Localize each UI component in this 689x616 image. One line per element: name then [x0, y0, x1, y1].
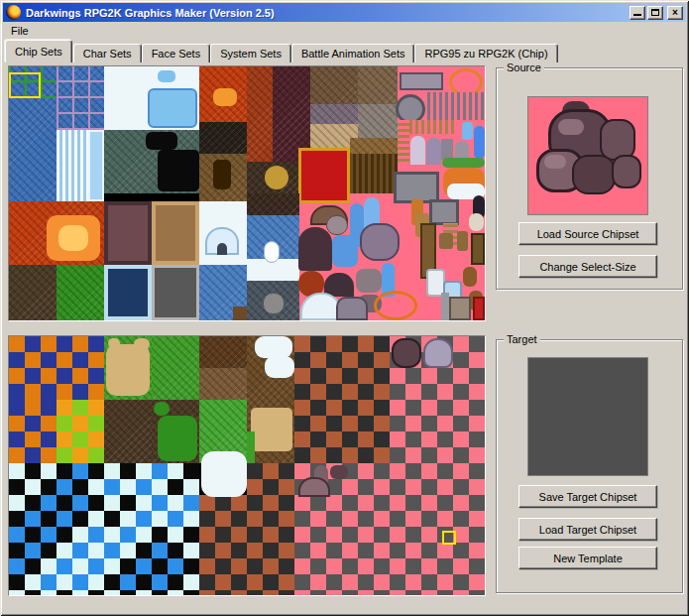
tab-system-sets[interactable]: System Sets [210, 44, 291, 62]
snow-blob [201, 451, 247, 497]
blue-tile [41, 574, 57, 590]
window-title: Darkwings RPG2K Graphics Maker (Version … [26, 7, 275, 19]
blue-tile [9, 558, 25, 574]
save-target-chipset-button[interactable]: Save Target Chipset [518, 485, 657, 508]
wood-fence [350, 154, 398, 193]
well-shrine [449, 297, 471, 320]
new-template-button[interactable]: New Template [518, 547, 657, 569]
sand-dot-2 [134, 338, 150, 350]
blue-tile [152, 463, 168, 479]
table [439, 233, 453, 249]
tab-bar: Chip Sets Char Sets Face Sets System Set… [5, 40, 558, 62]
checker-brown-2 [247, 463, 294, 595]
arch-rock-2 [298, 477, 330, 497]
blue-tile [72, 495, 88, 511]
tree-dark [298, 227, 332, 271]
checker-brown [294, 336, 390, 463]
blue-tile [25, 511, 41, 527]
checker-navy-orange-2 [9, 400, 57, 463]
rock-highlight [558, 119, 584, 135]
ridge-brown [199, 368, 247, 400]
ice-bit [158, 70, 175, 82]
restore-icon [651, 9, 659, 16]
ladder-horizontal [403, 120, 455, 134]
navy-panel [104, 265, 152, 320]
blue-tile [57, 479, 72, 495]
blue-tile [136, 479, 152, 495]
tab-chip-sets[interactable]: Chip Sets [5, 40, 72, 62]
cave-hole-large [158, 150, 199, 191]
blue-tile [136, 558, 152, 574]
crystal-small [462, 122, 473, 140]
cave-hole-small [146, 132, 177, 150]
grass-plain [152, 336, 199, 400]
snow-cap-2 [265, 356, 294, 378]
bridge-grid [57, 66, 104, 130]
load-source-chipset-button[interactable]: Load Source Chipset [518, 222, 657, 245]
load-target-chipset-button[interactable]: Load Target Chipset [518, 518, 657, 541]
gargoyle-statue [426, 138, 441, 165]
gravestone-large [336, 297, 368, 320]
target-chipset-canvas[interactable] [8, 335, 486, 596]
gold-emblem [265, 166, 288, 189]
tab-char-sets[interactable]: Char Sets [73, 44, 142, 62]
rock-cluster [392, 338, 421, 368]
tab-rpg95-zu-rpg2k-chip[interactable]: RPG95 zu RPG2K (Chip) [414, 44, 557, 62]
dark-rock [199, 122, 247, 154]
tab-battle-animation-sets[interactable]: Battle Animation Sets [291, 44, 415, 62]
waterfall [57, 130, 88, 201]
pipe [441, 293, 449, 320]
ridge-a [310, 66, 358, 104]
boulder-purple [360, 223, 400, 261]
grave-cross [441, 139, 453, 160]
blue-tile [88, 558, 104, 574]
blue-tile [41, 527, 57, 543]
target-group-label: Target [504, 333, 540, 345]
snow-cap-1 [255, 336, 292, 358]
blue-tile [168, 511, 183, 527]
ladder-vertical [398, 120, 409, 162]
menu-file[interactable]: File [4, 23, 36, 40]
igloo-door [217, 243, 227, 255]
ice-block [148, 88, 197, 128]
minimize-button[interactable] [630, 6, 645, 20]
grass-patch [158, 416, 197, 461]
menu-bar: File [4, 23, 685, 40]
lava-pool-core [58, 225, 88, 251]
source-tile-preview [527, 96, 648, 215]
slate-boulder [263, 293, 285, 314]
change-select-size-button[interactable]: Change Select-Size [518, 255, 657, 278]
tab-face-sets[interactable]: Face Sets [142, 44, 211, 62]
rock-mid [572, 155, 616, 194]
ice-crystal-cluster [332, 235, 358, 267]
app-window: Darkwings RPG2K Graphics Maker (Version … [0, 0, 689, 616]
ridge-dark [199, 336, 247, 368]
cliff-crevice [213, 160, 231, 189]
grass-dot [154, 402, 170, 416]
wood-planks [350, 138, 398, 154]
metal-grate-2 [429, 199, 459, 225]
blue-tile [120, 527, 136, 543]
blue-tile [9, 527, 25, 543]
selection-box-2 [442, 531, 456, 545]
blue-tile [72, 543, 88, 558]
checker-lime-orange [57, 400, 104, 463]
tan-panel [152, 201, 199, 265]
crystal-large [474, 126, 485, 159]
barrel-1 [463, 267, 477, 287]
sand-patch [106, 344, 150, 396]
boulder-light [423, 338, 453, 368]
soil-dark [104, 400, 152, 463]
rock-highlight-2 [544, 155, 566, 169]
blue-tile [88, 527, 104, 543]
rock-right-bottom [612, 155, 641, 188]
blue-tile [57, 558, 72, 574]
close-button[interactable]: × [667, 6, 683, 20]
source-chipset-canvas[interactable] [8, 65, 486, 321]
blue-tile [152, 574, 168, 590]
red-mountain [247, 66, 273, 162]
ridge-b [358, 66, 398, 104]
lava-glow [213, 88, 237, 106]
snowman [264, 241, 280, 263]
restore-button[interactable] [647, 6, 663, 20]
